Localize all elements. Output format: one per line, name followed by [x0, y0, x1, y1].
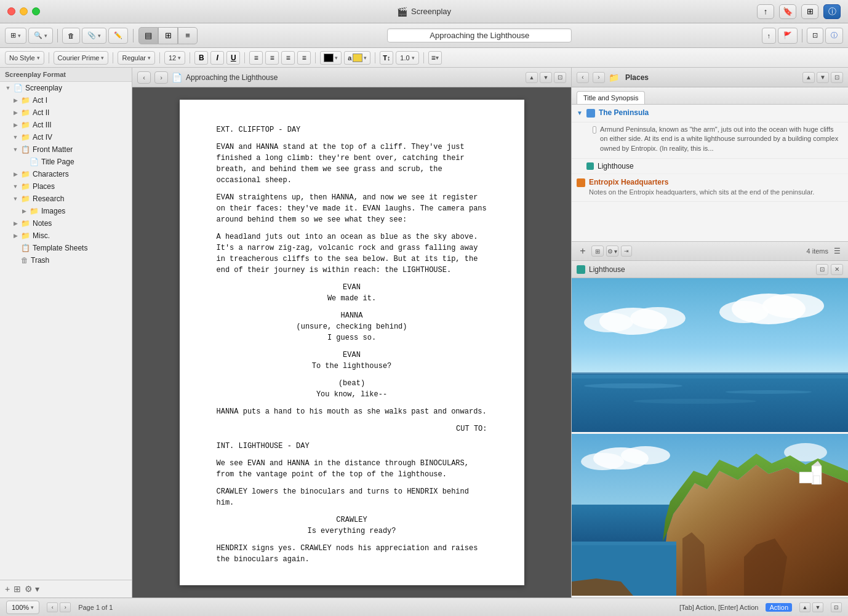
cliff-scene-svg — [572, 434, 848, 596]
view-single-button[interactable]: ▤ — [138, 27, 158, 44]
add-place-button[interactable]: + — [577, 245, 589, 257]
next-page-button[interactable]: › — [60, 602, 71, 612]
svg-point-3 — [719, 301, 769, 323]
sidebar-item-notes[interactable]: ▶ 📁 Notes — [0, 217, 132, 230]
script-element: EXT. CLIFFTOP - DAY — [217, 124, 487, 135]
expand-image-button[interactable]: ⊡ — [816, 264, 828, 275]
sidebar-item-trash[interactable]: 🗑 Trash — [0, 254, 132, 266]
align-left-button[interactable]: ≡ — [249, 51, 263, 65]
collection-button[interactable]: ⊞ — [591, 246, 604, 257]
size-selector[interactable]: 12 ▾ — [164, 51, 185, 65]
sidebar-item-template-sheets[interactable]: 📋 Template Sheets — [0, 242, 132, 254]
sidebar-item-front-matter[interactable]: ▼ 📋 Front Matter — [0, 143, 132, 156]
sidebar-item-act2[interactable]: ▶ 📁 Act II — [0, 106, 132, 119]
close-button[interactable] — [7, 7, 15, 15]
folder-brown-icon: 📁 — [21, 231, 30, 240]
places-item-lighthouse[interactable]: Lighthouse — [572, 159, 848, 174]
minimize-button[interactable] — [20, 7, 28, 15]
action-up-button[interactable]: ▲ — [799, 602, 810, 612]
sidebar-item-act1[interactable]: ▶ 📁 Act I — [0, 94, 132, 106]
sidebar-item-label: Characters — [33, 170, 69, 178]
export-button[interactable]: ↑ — [762, 28, 777, 44]
editor-scroll[interactable]: EXT. CLIFFTOP - DAY EVAN and HANNA stand… — [132, 87, 571, 598]
bold-button[interactable]: B — [194, 51, 208, 65]
tab-title-synopsis[interactable]: Title and Synopsis — [577, 91, 645, 104]
italic-button[interactable]: I — [210, 51, 224, 65]
page-nav-buttons: ‹ › — [47, 602, 71, 612]
panel-expand-button[interactable]: ⊡ — [831, 72, 843, 83]
align-right-button[interactable]: ≡ — [281, 51, 295, 65]
panel-back-button[interactable]: ‹ — [577, 72, 589, 83]
nav-maximize-button[interactable]: ⊡ — [554, 72, 566, 83]
share-button[interactable]: ↑ — [757, 4, 774, 19]
panel-down-button[interactable]: ▼ — [817, 72, 829, 83]
sidebar-item-act4[interactable]: ▼ 📁 Act IV — [0, 131, 132, 143]
delete-button[interactable]: 🗑 — [62, 28, 80, 44]
settings-button[interactable]: ⚙ ▾ — [25, 584, 39, 594]
list-button[interactable]: ≡ ▾ — [428, 51, 442, 65]
unlink-button[interactable]: ⇥ — [621, 246, 632, 257]
add-item-button[interactable]: + — [5, 584, 10, 594]
close-image-panel-button[interactable]: ✕ — [831, 264, 843, 275]
align-center-button[interactable]: ≡ — [265, 51, 279, 65]
sidebar-item-title-page[interactable]: 📄 Title Page — [0, 156, 132, 168]
panel-forward-button[interactable]: › — [593, 72, 605, 83]
line-spacing-selector[interactable]: 1.0 ▾ — [396, 51, 418, 65]
nav-forward-button[interactable]: › — [154, 71, 168, 84]
new-button[interactable]: ⊞ ▾ — [5, 28, 26, 44]
style-selector[interactable]: No Style ▾ — [5, 51, 44, 65]
paperclip-icon: 📎 — [87, 31, 96, 39]
script-element: EVAN — [217, 282, 487, 293]
sidebar-item-label: Images — [41, 207, 65, 215]
panel-up-button[interactable]: ▲ — [802, 72, 815, 83]
view-grid-button[interactable]: ⊞ — [158, 27, 178, 44]
places-item-entropix[interactable]: Entropix Headquarters Notes on the Entro… — [572, 174, 848, 201]
weight-selector[interactable]: Regular ▾ — [118, 51, 155, 65]
sidebar-item-places[interactable]: ▼ 📁 Places — [0, 180, 132, 193]
status-expand-button[interactable]: ⊡ — [831, 602, 842, 612]
sidebar-item-characters[interactable]: ▶ 📁 Characters — [0, 168, 132, 180]
gear-button[interactable]: ⚙ ▾ — [606, 246, 618, 257]
script-element: HANNA puts a hand to his mouth as she wa… — [217, 406, 487, 417]
fmt-sep6 — [315, 52, 316, 63]
list-view-button[interactable]: ☰ — [831, 245, 843, 257]
view-outline-button[interactable]: ≡ — [178, 27, 198, 44]
prev-page-button[interactable]: ‹ — [47, 602, 58, 612]
flag-button[interactable]: 🚩 — [778, 28, 798, 44]
highlight-color-selector[interactable]: a ▾ — [344, 51, 370, 65]
search-button[interactable]: 🔍 ▾ — [28, 28, 53, 44]
editor-nav: ‹ › 📄 Approaching the Lighthouse ▲ ▼ ⊡ — [132, 68, 571, 87]
nav-up-button[interactable]: ▲ — [526, 72, 538, 83]
info-button[interactable]: ⓘ — [823, 4, 841, 19]
bookmark-button[interactable]: 🔖 — [779, 4, 796, 19]
sidebar-item-screenplay[interactable]: ▼ 📄 Screenplay — [0, 82, 132, 94]
sidebar-item-research[interactable]: ▼ 📁 Research — [0, 193, 132, 205]
zoom-selector[interactable]: 100% ▾ — [6, 601, 39, 614]
maximize-button[interactable] — [32, 7, 40, 15]
nav-right-buttons: ▲ ▼ ⊡ — [526, 72, 566, 83]
svg-rect-12 — [572, 372, 848, 375]
nav-back-button[interactable]: ‹ — [137, 71, 151, 84]
layout-button[interactable]: ⊡ — [807, 28, 823, 44]
peninsula-checkbox[interactable] — [593, 126, 596, 134]
text-color-selector[interactable]: ▾ — [320, 51, 342, 65]
info-toolbar-button[interactable]: ⓘ — [825, 28, 843, 44]
screenplay-page[interactable]: EXT. CLIFFTOP - DAY EVAN and HANNA stand… — [180, 100, 524, 585]
right-panel-content: ▼ The Peninsula Armund Peninsula, known … — [572, 105, 848, 241]
sidebar-item-act3[interactable]: ▶ 📁 Act III — [0, 119, 132, 131]
nav-down-button[interactable]: ▼ — [540, 72, 552, 83]
align-justify-button[interactable]: ≡ — [297, 51, 311, 65]
document-title-input[interactable] — [387, 28, 572, 42]
add-folder-button[interactable]: ⊞ — [14, 584, 21, 594]
text-height-button[interactable]: T↕ — [380, 51, 393, 65]
edit-button[interactable]: ✏️ — [108, 28, 128, 44]
attach-button[interactable]: 📎 ▾ — [82, 28, 106, 44]
underline-button[interactable]: U — [226, 51, 240, 65]
sidebar-item-images[interactable]: ▶ 📁 Images — [0, 205, 132, 217]
places-item-peninsula[interactable]: ▼ The Peninsula — [572, 105, 848, 122]
action-down-button[interactable]: ▼ — [812, 602, 823, 612]
sidebar-item-misc[interactable]: ▶ 📁 Misc. — [0, 230, 132, 242]
font-selector[interactable]: Courier Prime ▾ — [54, 51, 109, 65]
peninsula-content: The Peninsula — [599, 108, 843, 118]
sidebar-toggle-button[interactable]: ⊞ — [801, 4, 818, 19]
